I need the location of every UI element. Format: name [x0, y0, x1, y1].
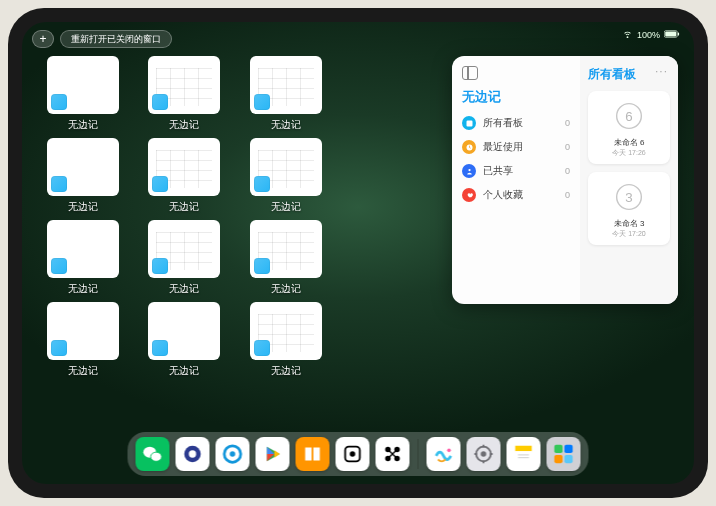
sidebar-item-label: 最近使用 — [483, 140, 523, 154]
thumb-preview — [148, 220, 220, 278]
dock-app-dice[interactable] — [336, 437, 370, 471]
app-window-thumb[interactable]: 无边记 — [241, 138, 331, 214]
sidebar-item-icon — [462, 164, 476, 178]
svg-rect-40 — [564, 455, 572, 463]
boards-list: 6未命名 6今天 17:263未命名 3今天 17:20 — [588, 91, 670, 245]
dock-app-connect[interactable] — [376, 437, 410, 471]
thumb-preview — [47, 56, 119, 114]
boards-panel: 所有看板 6未命名 6今天 17:263未命名 3今天 17:20 — [580, 56, 678, 304]
sidebar-item-icon — [462, 188, 476, 202]
board-time: 今天 17:26 — [612, 148, 645, 158]
dock-app-settings[interactable] — [467, 437, 501, 471]
app-window-thumb[interactable]: 无边记 — [38, 220, 128, 296]
thumb-label: 无边记 — [271, 200, 301, 214]
app-window-thumb[interactable]: 无边记 — [241, 302, 331, 378]
sidebar-item-label: 个人收藏 — [483, 188, 523, 202]
svg-rect-2 — [678, 32, 679, 35]
app-switcher-grid: 无边记无边记无边记无边记无边记无边记无边记无边记无边记无边记无边记无边记 — [38, 56, 432, 428]
sidebar-item[interactable]: 已共享0 — [462, 164, 570, 178]
sidebar-item-icon — [462, 140, 476, 154]
thumb-label: 无边记 — [271, 118, 301, 132]
sidebar-item-icon — [462, 116, 476, 130]
app-window-thumb[interactable]: 无边记 — [140, 56, 230, 132]
thumb-label: 无边记 — [169, 200, 199, 214]
svg-rect-37 — [554, 445, 562, 453]
dock-app-notes[interactable] — [507, 437, 541, 471]
thumb-label: 无边记 — [169, 118, 199, 132]
status-bar: 100% — [622, 28, 680, 41]
more-icon[interactable]: ··· — [655, 64, 668, 78]
board-name: 未命名 3 — [614, 218, 645, 229]
thumb-preview — [250, 56, 322, 114]
svg-point-5 — [468, 168, 470, 170]
svg-point-11 — [151, 452, 162, 461]
svg-rect-33 — [515, 446, 532, 452]
app-window-thumb[interactable]: 无边记 — [241, 220, 331, 296]
dock-app-playstore[interactable] — [256, 437, 290, 471]
dock — [128, 432, 589, 476]
svg-rect-38 — [564, 445, 572, 453]
dock-app-quark[interactable] — [176, 437, 210, 471]
screen: 100% + 重新打开已关闭的窗口 无边记无边记无边记无边记无边记无边记无边记无… — [22, 22, 694, 484]
dock-app-qqbrowser[interactable] — [216, 437, 250, 471]
thumb-preview — [47, 220, 119, 278]
svg-point-21 — [350, 451, 356, 457]
battery-icon — [664, 30, 680, 40]
board-name: 未命名 6 — [614, 137, 645, 148]
thumb-preview — [250, 302, 322, 360]
board-card[interactable]: 3未命名 3今天 17:20 — [588, 172, 670, 245]
wifi-icon — [622, 28, 633, 41]
new-window-button[interactable]: + — [32, 30, 54, 48]
svg-marker-19 — [274, 450, 280, 457]
svg-rect-39 — [554, 455, 562, 463]
thumb-label: 无边记 — [169, 364, 199, 378]
sidebar-item[interactable]: 个人收藏0 — [462, 188, 570, 202]
thumb-label: 无边记 — [68, 282, 98, 296]
thumb-label: 无边记 — [68, 118, 98, 132]
sidebar-item-label: 所有看板 — [483, 116, 523, 130]
sidebar-list: 所有看板0最近使用0已共享0个人收藏0 — [462, 116, 570, 202]
sidebar-item[interactable]: 最近使用0 — [462, 140, 570, 154]
svg-text:3: 3 — [625, 190, 632, 205]
board-preview: 3 — [610, 178, 648, 216]
svg-point-15 — [230, 451, 236, 457]
app-window-thumb[interactable]: 无边记 — [140, 220, 230, 296]
top-buttons: + 重新打开已关闭的窗口 — [32, 30, 172, 48]
app-window-thumb[interactable]: 无边记 — [38, 138, 128, 214]
sidebar-item-count: 0 — [565, 190, 570, 200]
sidebar-title: 无边记 — [462, 88, 570, 106]
app-window-thumb[interactable]: 无边记 — [241, 56, 331, 132]
sidebar-item[interactable]: 所有看板0 — [462, 116, 570, 130]
thumb-preview — [47, 302, 119, 360]
board-time: 今天 17:20 — [612, 229, 645, 239]
svg-rect-1 — [665, 31, 676, 36]
app-window-thumb[interactable]: 无边记 — [38, 302, 128, 378]
ipad-frame: 100% + 重新打开已关闭的窗口 无边记无边记无边记无边记无边记无边记无边记无… — [8, 8, 708, 498]
dock-app-wechat[interactable] — [136, 437, 170, 471]
svg-point-13 — [189, 450, 196, 457]
battery-text: 100% — [637, 30, 660, 40]
app-window-thumb[interactable]: 无边记 — [38, 56, 128, 132]
sidebar-item-count: 0 — [565, 142, 570, 152]
app-window-thumb[interactable]: 无边记 — [140, 302, 230, 378]
reopen-closed-window-button[interactable]: 重新打开已关闭的窗口 — [60, 30, 172, 48]
thumb-label: 无边记 — [68, 200, 98, 214]
thumb-preview — [250, 138, 322, 196]
app-window-thumb[interactable]: 无边记 — [140, 138, 230, 214]
freeform-window[interactable]: ··· 无边记 所有看板0最近使用0已共享0个人收藏0 所有看板 6未命名 6今… — [452, 56, 678, 304]
svg-point-26 — [447, 449, 451, 453]
sidebar-item-label: 已共享 — [483, 164, 513, 178]
thumb-label: 无边记 — [271, 364, 301, 378]
thumb-preview — [148, 302, 220, 360]
thumb-preview — [148, 56, 220, 114]
dock-app-freeform[interactable] — [427, 437, 461, 471]
dock-app-folder[interactable] — [547, 437, 581, 471]
board-card[interactable]: 6未命名 6今天 17:26 — [588, 91, 670, 164]
dock-app-books[interactable] — [296, 437, 330, 471]
svg-point-28 — [481, 451, 487, 457]
boards-title: 所有看板 — [588, 66, 636, 83]
sidebar-icon — [462, 66, 478, 80]
svg-rect-34 — [515, 451, 532, 462]
sidebar-toggle[interactable] — [462, 66, 570, 80]
dock-separator — [418, 439, 419, 469]
